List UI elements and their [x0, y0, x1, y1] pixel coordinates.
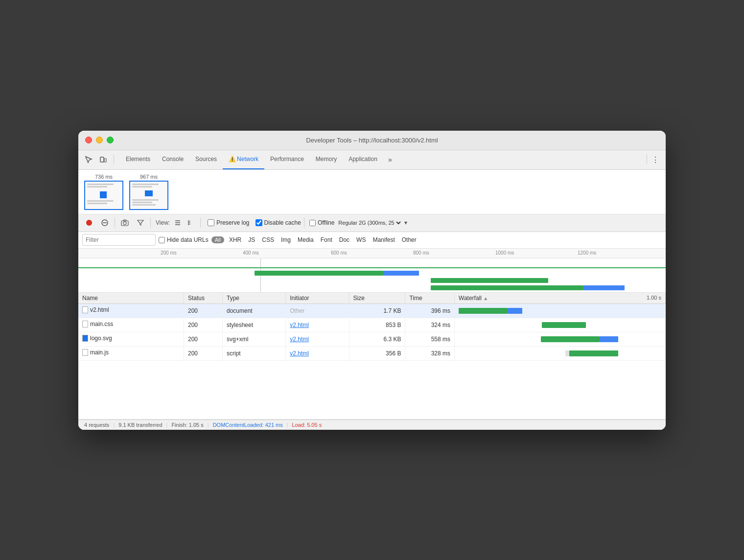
filmstrip-item-1[interactable]: 736 ms	[84, 174, 123, 210]
inspect-element-button[interactable]	[82, 153, 95, 166]
thumb-square	[100, 191, 107, 198]
filter-type-doc[interactable]: Doc	[337, 235, 351, 244]
minimize-button[interactable]	[96, 137, 103, 143]
record-button[interactable]	[82, 216, 96, 230]
cell-type: script	[222, 346, 285, 360]
filmstrip-item-2[interactable]: 967 ms	[129, 174, 168, 210]
sep1: |	[113, 422, 115, 428]
filter-type-img[interactable]: Img	[279, 235, 293, 244]
overview-bar-maincss	[431, 278, 548, 283]
thumb-line	[87, 186, 107, 187]
filter-type-css[interactable]: CSS	[260, 235, 276, 244]
thumb-line	[87, 203, 107, 204]
col-header-waterfall[interactable]: Waterfall ▲ 1.00 s	[455, 293, 666, 304]
cell-waterfall	[455, 303, 666, 318]
filter-input[interactable]	[82, 234, 156, 246]
tab-application[interactable]: Application	[343, 150, 383, 169]
hide-data-urls-checkbox[interactable]	[159, 237, 165, 243]
cell-size: 1.7 KB	[349, 303, 405, 318]
sep2: |	[166, 422, 168, 428]
col-header-size[interactable]: Size	[349, 293, 405, 304]
filter-type-font[interactable]: Font	[319, 235, 334, 244]
filter-type-manifest[interactable]: Manifest	[371, 235, 396, 244]
tab-memory[interactable]: Memory	[310, 150, 343, 169]
timeline-ruler: 200 ms 400 ms 600 ms 800 ms 1000 ms 1200…	[78, 249, 666, 258]
table-row[interactable]: v2.html 200 document Other 1.7 KB 396 ms	[78, 303, 666, 318]
file-name: main.css	[90, 321, 113, 327]
svg-rect-0	[100, 157, 104, 162]
filter-button[interactable]	[134, 216, 147, 230]
col-header-name[interactable]: Name	[78, 293, 184, 304]
list-view-button[interactable]	[172, 217, 184, 229]
tab-network[interactable]: ⚠️ Network	[223, 150, 264, 169]
wf-bar-green	[542, 322, 586, 328]
cell-status: 200	[184, 318, 222, 332]
cell-initiator: Other	[286, 303, 349, 318]
tab-elements[interactable]: Elements	[120, 150, 156, 169]
initiator-link[interactable]: v2.html	[290, 350, 309, 357]
sep4: |	[287, 422, 288, 428]
svg-rect-1	[104, 159, 106, 162]
cell-status: 200	[184, 303, 222, 318]
disable-cache-checkbox[interactable]	[256, 219, 262, 226]
file-icon-svg	[82, 335, 88, 342]
tab-divider	[114, 155, 114, 164]
more-tabs-button[interactable]: »	[385, 154, 395, 165]
tab-sources[interactable]: Sources	[189, 150, 223, 169]
view-label: View:	[156, 219, 170, 226]
offline-checkbox[interactable]	[309, 220, 316, 226]
traffic-lights	[85, 137, 114, 143]
filmstrip-time-1: 736 ms	[95, 174, 113, 180]
status-finish: Finish: 1.05 s	[171, 422, 203, 428]
network-toolbar: View: Preserve log Disable cache Offline	[78, 214, 666, 232]
col-header-time[interactable]: Time	[405, 293, 455, 304]
clear-button[interactable]	[98, 216, 112, 230]
initiator-link[interactable]: v2.html	[290, 336, 309, 343]
table-row[interactable]: main.js 200 script v2.html 356 B 328 ms	[78, 346, 666, 360]
close-button[interactable]	[85, 137, 92, 143]
filmstrip-time-2: 967 ms	[140, 174, 158, 180]
maximize-button[interactable]	[107, 137, 114, 143]
filter-type-ws[interactable]: WS	[354, 235, 368, 244]
col-header-initiator[interactable]: Initiator	[286, 293, 349, 304]
filter-type-media[interactable]: Media	[296, 235, 316, 244]
overview-bar-logosvg-blue	[583, 285, 625, 290]
devtools-menu-button[interactable]: ⋮	[649, 153, 662, 166]
filter-type-xhr[interactable]: XHR	[227, 235, 243, 244]
filter-type-js[interactable]: JS	[246, 235, 257, 244]
col-header-status[interactable]: Status	[184, 293, 222, 304]
thumb-line	[132, 204, 156, 206]
network-table-container[interactable]: Name Status Type Initiator Size Time Wat…	[78, 293, 666, 361]
filmstrip-thumb-1[interactable]	[84, 181, 123, 210]
wf-bar-blue	[508, 308, 522, 314]
window-title: Developer Tools – http://localhost:3000/…	[306, 137, 438, 144]
svg-point-6	[123, 222, 126, 225]
table-header-row: Name Status Type Initiator Size Time Wat…	[78, 293, 666, 304]
tab-performance[interactable]: Performance	[264, 150, 310, 169]
status-transferred: 9.1 KB transferred	[118, 422, 162, 428]
camera-button[interactable]	[118, 216, 132, 230]
table-row[interactable]: logo.svg 200 svg+xml v2.html 6.3 KB 558 …	[78, 332, 666, 346]
thumb-square	[145, 190, 153, 196]
svg-point-2	[86, 220, 92, 226]
cell-time: 324 ms	[405, 318, 455, 332]
tree-view-button[interactable]	[186, 217, 197, 229]
cell-waterfall	[455, 346, 666, 360]
filmstrip-thumb-2[interactable]	[129, 181, 168, 210]
cell-name: main.js	[78, 346, 184, 360]
waterfall-scale: 1.00 s	[647, 295, 661, 301]
filter-bar: Hide data URLs All XHR JS CSS Img Media …	[78, 232, 666, 249]
preserve-log-checkbox[interactable]	[208, 219, 214, 226]
tab-console[interactable]: Console	[156, 150, 189, 169]
initiator-link[interactable]: v2.html	[290, 322, 309, 328]
cell-type: document	[222, 303, 285, 318]
offline-label: Offline	[318, 219, 334, 226]
file-icon	[82, 321, 88, 327]
col-header-type[interactable]: Type	[222, 293, 285, 304]
filter-type-other[interactable]: Other	[400, 235, 418, 244]
table-row[interactable]: main.css 200 stylesheet v2.html 853 B 32…	[78, 318, 666, 332]
throttle-select[interactable]: Regular 2G (300ms, 25	[336, 219, 402, 226]
device-toggle-button[interactable]	[97, 153, 110, 166]
ruler-tick-400: 400 ms	[243, 250, 259, 256]
all-filter-badge[interactable]: All	[211, 236, 224, 243]
